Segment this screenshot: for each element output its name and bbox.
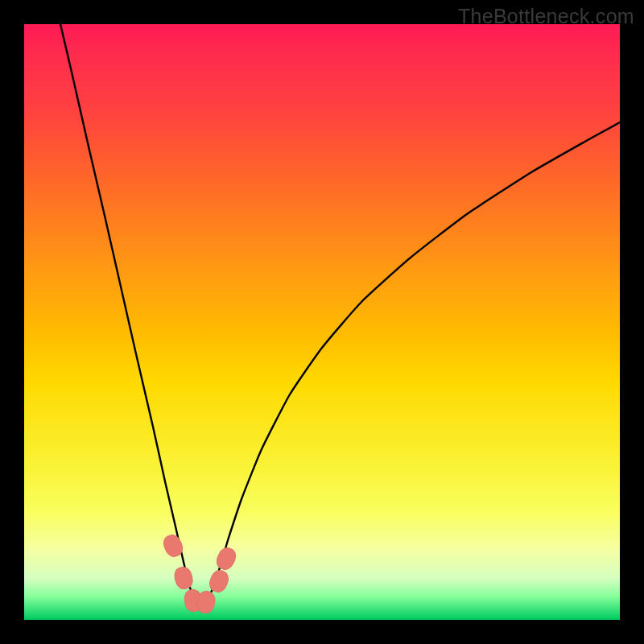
attribution-text: TheBottleneck.com (458, 5, 634, 28)
chart-frame: TheBottleneck.com (0, 0, 644, 644)
curve-marker (160, 532, 186, 560)
marker-layer (24, 24, 620, 620)
curve-marker (172, 565, 195, 592)
curve-marker (213, 545, 239, 573)
plot-area (24, 24, 620, 620)
